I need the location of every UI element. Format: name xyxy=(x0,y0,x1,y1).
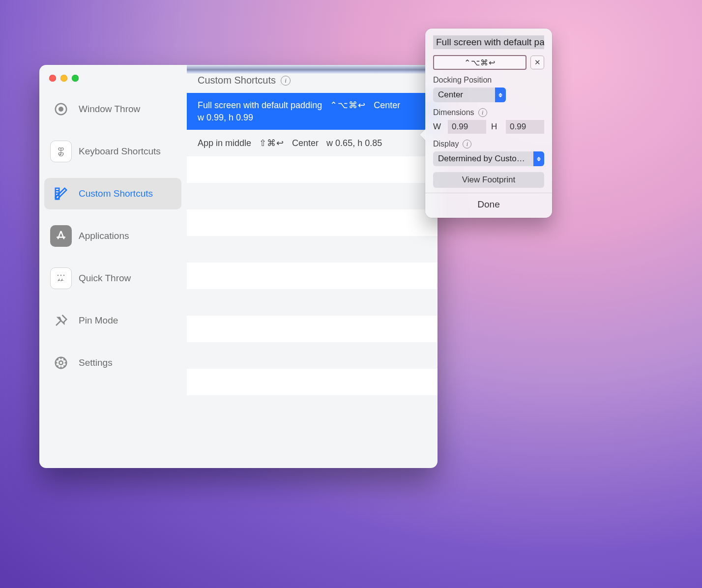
sidebar-item-label: Custom Shortcuts xyxy=(79,188,153,199)
list-row-empty xyxy=(187,369,438,395)
sidebar: Window Throw Keyboard Shortcuts Custom S… xyxy=(39,65,187,468)
app-store-icon xyxy=(50,225,72,247)
svg-point-3 xyxy=(60,275,61,276)
main-pane: Custom Shortcuts i Full screen with defa… xyxy=(187,65,438,468)
preferences-window: Window Throw Keyboard Shortcuts Custom S… xyxy=(39,65,438,468)
sidebar-item-settings[interactable]: Settings xyxy=(44,347,181,379)
shortcut-keys: ⌃⌥⌘↩ xyxy=(330,100,366,111)
chevron-up-down-icon xyxy=(495,88,506,102)
svg-point-4 xyxy=(63,275,64,276)
titlebar-stripe xyxy=(187,65,438,74)
shortcut-name: App in middle xyxy=(198,138,251,148)
info-icon[interactable]: i xyxy=(463,140,471,148)
width-field[interactable]: 0.99 xyxy=(448,120,486,134)
list-row-empty xyxy=(187,236,438,263)
clear-shortcut-button[interactable]: ✕ xyxy=(530,56,544,69)
list-row-empty xyxy=(187,183,438,209)
sidebar-item-keyboard-shortcuts[interactable]: Keyboard Shortcuts xyxy=(44,136,181,167)
pin-icon xyxy=(50,310,72,331)
list-row-empty xyxy=(187,395,438,422)
shortcut-row[interactable]: Full screen with default padding ⌃⌥⌘↩ Ce… xyxy=(187,93,438,130)
sidebar-item-custom-shortcuts[interactable]: Custom Shortcuts xyxy=(44,178,181,209)
list-row-empty xyxy=(187,289,438,316)
close-icon: ✕ xyxy=(534,58,541,67)
command-key-icon xyxy=(50,141,72,162)
height-label: H xyxy=(491,122,501,132)
shortcut-position: Center xyxy=(292,138,319,148)
select-value: Center xyxy=(433,90,495,100)
popover-title[interactable]: Full screen with default pad xyxy=(433,35,544,49)
cursor-grid-icon xyxy=(50,267,72,289)
sidebar-item-label: Keyboard Shortcuts xyxy=(79,146,161,157)
sidebar-item-pin-mode[interactable]: Pin Mode xyxy=(44,305,181,336)
shortcut-dims: w 0.65, h 0.85 xyxy=(326,138,382,148)
ruler-pencil-icon xyxy=(50,183,72,205)
sidebar-item-label: Quick Throw xyxy=(79,273,131,284)
close-window-button[interactable] xyxy=(49,75,56,82)
shortcut-position: Center xyxy=(374,100,400,111)
display-select[interactable]: Determined by Custo… xyxy=(433,151,544,166)
docking-position-select[interactable]: Center xyxy=(433,88,506,102)
list-row-empty xyxy=(187,316,438,342)
select-value: Determined by Custo… xyxy=(433,154,533,164)
target-icon xyxy=(50,98,72,120)
pane-title: Custom Shortcuts xyxy=(198,75,276,86)
traffic-lights xyxy=(49,75,79,82)
sidebar-item-label: Window Throw xyxy=(79,104,140,115)
shortcut-key-field[interactable]: ⌃⌥⌘↩ xyxy=(433,55,526,70)
shortcut-list: Full screen with default padding ⌃⌥⌘↩ Ce… xyxy=(187,93,438,458)
dimensions-label: Dimensions i xyxy=(433,108,544,117)
width-label: W xyxy=(433,122,443,132)
sidebar-item-applications[interactable]: Applications xyxy=(44,220,181,252)
display-label: Display i xyxy=(433,140,544,148)
list-row-empty xyxy=(187,156,438,183)
shortcut-row[interactable]: App in middle ⇧⌘↩ Center w 0.65, h 0.85 xyxy=(187,130,438,156)
zoom-window-button[interactable] xyxy=(72,75,79,82)
edit-shortcut-popover: Full screen with default pad ⌃⌥⌘↩ ✕ Dock… xyxy=(425,29,552,218)
sidebar-item-quick-throw[interactable]: Quick Throw xyxy=(44,263,181,294)
pane-header: Custom Shortcuts i xyxy=(187,75,438,93)
shortcut-key-value: ⌃⌥⌘↩ xyxy=(464,58,496,67)
list-row-empty xyxy=(187,263,438,289)
svg-point-6 xyxy=(59,361,63,365)
chevron-up-down-icon xyxy=(533,151,544,166)
shortcut-dims: w 0.99, h 0.99 xyxy=(198,113,427,123)
svg-point-2 xyxy=(58,275,58,276)
divider xyxy=(425,193,552,193)
gear-icon xyxy=(50,352,72,374)
list-row-empty xyxy=(187,209,438,236)
docking-position-label: Docking Position xyxy=(433,76,544,85)
info-icon[interactable]: i xyxy=(281,76,291,86)
minimize-window-button[interactable] xyxy=(60,75,67,82)
info-icon[interactable]: i xyxy=(478,108,487,117)
sidebar-item-label: Pin Mode xyxy=(79,315,118,326)
shortcut-name: Full screen with default padding xyxy=(198,100,322,111)
height-field[interactable]: 0.99 xyxy=(506,120,544,134)
shortcut-keys: ⇧⌘↩ xyxy=(259,138,284,148)
sidebar-item-window-throw[interactable]: Window Throw xyxy=(44,93,181,125)
done-button[interactable]: Done xyxy=(433,199,544,211)
list-row-empty xyxy=(187,342,438,369)
svg-point-1 xyxy=(58,107,63,112)
sidebar-item-label: Settings xyxy=(79,357,113,368)
sidebar-item-label: Applications xyxy=(79,231,129,241)
view-footprint-button[interactable]: View Footprint xyxy=(433,172,544,188)
